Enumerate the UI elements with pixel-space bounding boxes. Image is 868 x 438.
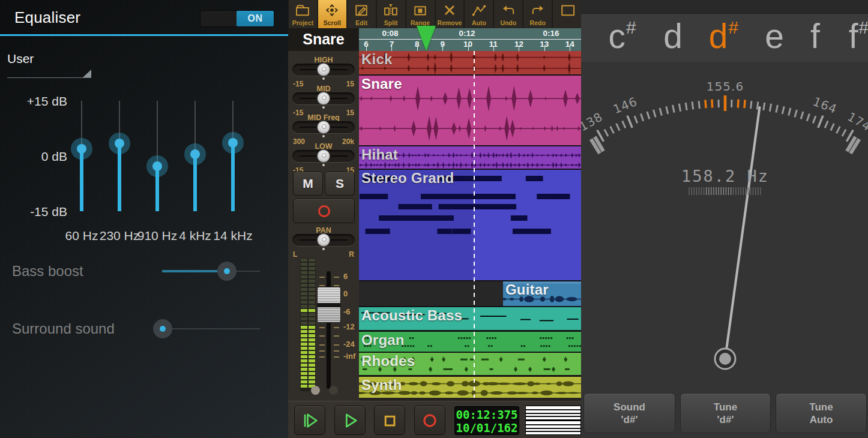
note-d-sharp[interactable]: d#	[709, 16, 738, 56]
slider-high-track[interactable]	[292, 64, 355, 76]
slider-mid-freq-track[interactable]	[292, 121, 355, 133]
slider-mid-knob[interactable]	[317, 92, 330, 105]
toolbar-button-edit[interactable]: Edit	[348, 0, 376, 28]
preset-spinner[interactable]: User	[7, 52, 91, 78]
meter-segment	[301, 267, 307, 270]
stop-button[interactable]	[374, 406, 405, 435]
track-synth[interactable]: Synth	[359, 377, 581, 398]
frequency-readout: 158.2 Hz	[681, 167, 769, 185]
fader-handle[interactable]	[317, 287, 341, 323]
toolbar-button-redo[interactable]: Redo	[523, 0, 552, 28]
screen: Equaliser ON User +15 dB 0 dB -15 dB 60 …	[0, 0, 868, 438]
band-thumb[interactable]	[190, 149, 200, 159]
channel-name[interactable]: Snare	[288, 28, 359, 51]
toolbar-button-remove[interactable]: Remove	[436, 0, 464, 28]
solo-button[interactable]: S	[325, 172, 355, 196]
slider-pan-knob[interactable]	[317, 233, 330, 247]
track-stereo-grand[interactable]: Stereo Grand	[359, 170, 581, 280]
tuner-button-tune-auto[interactable]: TuneAuto	[776, 393, 867, 433]
track-hihat[interactable]: Hihat	[359, 146, 581, 169]
toolbar-button-undo[interactable]: Undo	[494, 0, 522, 28]
bar-beat-counter: 10/01/162	[455, 421, 519, 434]
eq-band-910Hz[interactable]: 910 Hz	[139, 101, 176, 211]
bass-boost-thumb[interactable]	[217, 262, 237, 281]
timeline[interactable]: 0:080:120:1667891011121314 KickSnareHiha…	[359, 28, 581, 398]
band-thumb[interactable]	[115, 139, 124, 148]
record-button[interactable]	[414, 406, 445, 435]
slider-high: HIGH-1515	[288, 56, 359, 85]
slider-low-knob[interactable]	[317, 149, 330, 163]
fader-scale--inf: -inf	[343, 352, 359, 361]
tuner-button-sound-d#-[interactable]: Sound'd#'	[583, 393, 675, 433]
toolbar-button-split[interactable]: Split	[377, 0, 405, 28]
meter-segment-lit	[309, 343, 315, 346]
toolbar-button-scroll[interactable]: Scroll	[318, 0, 346, 28]
button-line2: Auto	[776, 413, 866, 426]
toolbar-button-more[interactable]	[553, 0, 581, 28]
page-dot[interactable]	[329, 386, 338, 395]
meter-segment-lit	[309, 355, 315, 358]
note-e[interactable]: e	[765, 16, 784, 56]
surround-sound-thumb[interactable]	[153, 319, 172, 338]
toolbar-button-auto[interactable]: Auto	[465, 0, 493, 28]
track-label: Guitar	[505, 281, 549, 298]
note-selector-bar[interactable]: c#dd#eff#	[581, 14, 868, 63]
time-ruler[interactable]: 0:080:120:1667891011121314	[359, 28, 581, 51]
time-display[interactable]: 00:12:375 10/01/162	[454, 406, 519, 435]
mute-button[interactable]: M	[293, 172, 323, 196]
play-button[interactable]	[334, 406, 366, 435]
scroll-marker-icon[interactable]	[417, 26, 436, 51]
equalizer-on-switch[interactable]: ON	[200, 10, 274, 27]
eq-band-4kHz[interactable]: 4 kHz	[176, 101, 214, 211]
play-icon	[340, 410, 360, 431]
toolbar-button-range[interactable]: Range	[406, 0, 435, 28]
track-label: Stereo Grand	[361, 170, 454, 187]
slider-high-knob[interactable]	[317, 63, 330, 76]
slider-mid-track[interactable]	[292, 92, 355, 104]
fader-tick	[319, 327, 325, 328]
tuner-button-tune-d#-[interactable]: Tune'd#'	[680, 393, 771, 433]
needle	[725, 107, 759, 359]
eq-band-14kHz[interactable]: 14 kHz	[214, 101, 252, 211]
play-from-start-button[interactable]	[294, 406, 325, 435]
tuner-top-strip	[581, 0, 868, 14]
meter-segment-lit	[309, 364, 315, 367]
eq-band-60Hz[interactable]: 60 Hz	[63, 101, 100, 211]
track-guitar[interactable]: Guitar	[359, 281, 581, 306]
meter-segment-lit	[309, 330, 315, 333]
spinner-underline	[7, 77, 91, 78]
surround-sound-label: Surround sound	[12, 320, 115, 337]
guitar-clip[interactable]: Guitar	[503, 281, 581, 306]
bass-boost-slider[interactable]	[157, 261, 270, 281]
meter-segment-lit	[301, 343, 307, 346]
toolbar-button-label: Undo	[500, 19, 516, 26]
track-rhodes[interactable]: Rhodes	[359, 353, 581, 375]
eq-band-230Hz[interactable]: 230 Hz	[101, 101, 138, 211]
score-overview[interactable]	[525, 406, 581, 435]
slider-pan-track[interactable]	[292, 234, 355, 246]
meter-segment-lit	[301, 351, 307, 354]
meter-segment-lit	[309, 351, 315, 354]
note-f[interactable]: f	[810, 16, 820, 56]
slider-low-track[interactable]	[292, 150, 355, 162]
track-organ[interactable]: Organ	[359, 332, 581, 352]
svg-text:174: 174	[845, 109, 868, 134]
note-d[interactable]: d	[663, 16, 683, 56]
band-thumb[interactable]	[77, 144, 86, 154]
surround-sound-slider[interactable]	[149, 319, 270, 339]
meter-segment	[309, 284, 315, 287]
note-f-sharp[interactable]: f#	[849, 16, 868, 56]
toolbar-button-project[interactable]: Project	[289, 0, 317, 28]
arm-record-button[interactable]	[293, 199, 355, 223]
track-acoustic-bass[interactable]: Acoustic Bass	[359, 307, 581, 330]
note-c-sharp[interactable]: c#	[608, 16, 635, 56]
page-dot-active[interactable]	[311, 386, 320, 395]
band-thumb[interactable]	[228, 138, 238, 148]
slider-mid-freq-knob[interactable]	[317, 121, 330, 134]
track-kick[interactable]: Kick	[359, 51, 581, 74]
track-snare[interactable]: Snare	[359, 76, 581, 145]
meter-segment	[309, 267, 315, 270]
meter-segment-lit	[309, 380, 315, 383]
transport-bar: 00:12:375 10/01/162	[288, 401, 581, 438]
ruler-tick	[519, 46, 519, 51]
